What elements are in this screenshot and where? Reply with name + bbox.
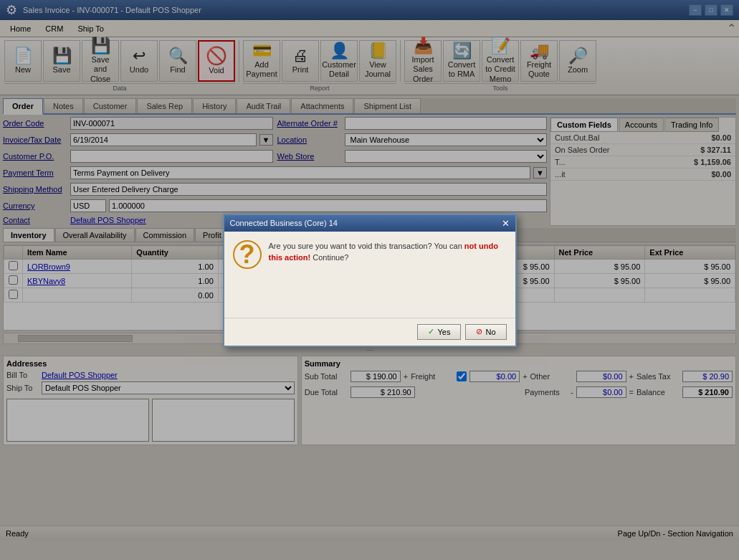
dialog-overlay: Connected Business (Core) 14 ✕ ? Are you… (0, 0, 739, 560)
dialog-footer: ✓ Yes ⊘ No (224, 318, 515, 346)
no-x-icon: ⊘ (476, 327, 482, 336)
dialog-yes-btn[interactable]: ✓ Yes (417, 324, 461, 340)
dialog-body: ? Are you sure you want to void this tra… (224, 232, 515, 318)
dialog-no-btn[interactable]: ⊘ No (465, 324, 506, 340)
yes-label: Yes (437, 328, 450, 336)
confirm-dialog: Connected Business (Core) 14 ✕ ? Are you… (223, 214, 517, 347)
dialog-title: Connected Business (Core) 14 (230, 219, 338, 227)
dialog-msg-part2: Continue? (310, 253, 348, 262)
no-label: No (485, 328, 495, 336)
yes-checkmark-icon: ✓ (428, 327, 434, 336)
dialog-message: Are you sure you want to void this trans… (269, 240, 507, 309)
dialog-question-icon: ? (233, 240, 262, 269)
dialog-close-btn[interactable]: ✕ (502, 218, 510, 229)
dialog-msg-part1: Are you sure you want to void this trans… (269, 242, 462, 250)
dialog-title-bar: Connected Business (Core) 14 ✕ (224, 215, 515, 232)
